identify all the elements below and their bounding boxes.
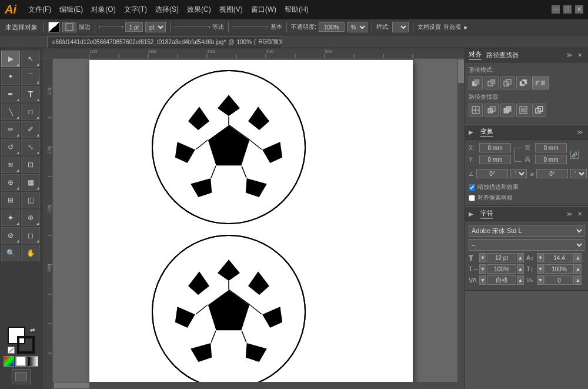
stroke-weight-input[interactable] (125, 22, 143, 32)
menu-window[interactable]: 窗口(W) (248, 4, 280, 16)
shape-tool-button[interactable]: □ (21, 104, 40, 120)
transform-expand-icon[interactable]: ▶ (469, 129, 473, 135)
navigator-button[interactable] (12, 369, 31, 384)
document-tab[interactable]: e66fd1441d12e0566470857602ef6152_t0182a3… (47, 36, 282, 48)
minimize-button[interactable]: ─ (552, 5, 560, 14)
char-expand-icon[interactable]: ▶ (469, 211, 473, 217)
none-color-icon[interactable] (8, 347, 15, 354)
h-scale-down[interactable]: ▼ (479, 264, 486, 274)
style-select[interactable] (392, 22, 409, 32)
leading-input[interactable] (544, 253, 574, 262)
gradient-button[interactable]: ◫ (21, 192, 40, 208)
align-pixel-checkbox[interactable] (469, 195, 475, 201)
exclude-button[interactable] (516, 77, 530, 89)
outline-button[interactable] (532, 104, 546, 117)
preferences-button[interactable]: 首选项 (443, 23, 461, 31)
menu-edit[interactable]: 编辑(E) (56, 4, 86, 16)
menu-file[interactable]: 文件(F) (25, 4, 55, 16)
swap-colors-icon[interactable]: ⇄ (30, 327, 35, 333)
menu-text[interactable]: 文字(T) (121, 4, 151, 16)
pen-tool-button[interactable]: ✒ (1, 86, 20, 102)
shear-select[interactable]: ° (570, 169, 587, 178)
char-menu-button[interactable]: ≫ (564, 210, 574, 219)
graph-button[interactable]: ▦ (21, 174, 40, 191)
blend-button[interactable]: ⊕ (21, 210, 40, 226)
stroke-unit-select[interactable]: pt (145, 22, 166, 32)
menu-select[interactable]: 选择(S) (152, 4, 182, 16)
symbol-button[interactable]: ⊕ (1, 174, 20, 191)
v-scale-input[interactable] (544, 264, 574, 274)
kerning-input[interactable] (544, 275, 574, 285)
doc-settings-button[interactable]: 文档设置 (417, 23, 441, 31)
w-input[interactable] (535, 143, 567, 152)
minus-front-button[interactable] (485, 77, 499, 89)
canvas-area[interactable]: 100 200 300 400 500 100 (42, 48, 465, 389)
hand-button[interactable]: ✋ (21, 245, 40, 261)
angle-select[interactable]: ° (510, 169, 527, 178)
magic-wand-button[interactable]: ✦ (1, 68, 20, 85)
y-input[interactable] (479, 155, 511, 164)
h-input[interactable] (535, 155, 567, 164)
free-transform-button[interactable]: ⊡ (21, 157, 40, 173)
gradient-mode-button[interactable] (28, 356, 38, 367)
panel-close-button[interactable]: ✕ (575, 51, 584, 60)
type-tool-button[interactable]: T (21, 86, 40, 102)
v-scale-up[interactable]: ▲ (574, 264, 582, 274)
pencil-button[interactable]: ✐ (21, 121, 40, 138)
menu-object[interactable]: 对象(O) (88, 4, 119, 16)
font-style-select[interactable]: – (469, 239, 584, 251)
slice-button[interactable]: ⊘ (1, 227, 20, 244)
opacity-input[interactable] (319, 22, 345, 32)
trim-button[interactable] (485, 104, 499, 117)
stroke-selector[interactable] (62, 22, 76, 32)
arrow-icon[interactable]: ► (463, 24, 469, 31)
scale-button[interactable]: ⤡ (21, 139, 40, 155)
crop-button[interactable] (516, 104, 530, 117)
lasso-button[interactable]: ⌒ (21, 68, 40, 85)
white-mode-button[interactable] (15, 356, 26, 367)
char-tab[interactable]: 字符 (480, 209, 493, 219)
font-family-select[interactable]: Adobe 宋体 Std L (469, 225, 584, 237)
selection-tool-button[interactable]: ▶ (1, 51, 20, 67)
eraser-button[interactable]: ◻ (21, 227, 40, 244)
divide-button[interactable] (469, 104, 483, 117)
font-size-up[interactable]: ▲ (517, 253, 524, 262)
mesh-button[interactable]: ⊞ (1, 192, 20, 208)
scroll-thumb-vertical[interactable] (458, 59, 464, 83)
tracking-input[interactable] (487, 275, 516, 285)
horizontal-scrollbar[interactable] (53, 382, 457, 389)
h-scale-up[interactable]: ▲ (517, 264, 524, 274)
leading-up[interactable]: ▲ (574, 253, 582, 262)
line-tool-button[interactable]: ╲ (1, 104, 20, 120)
panel-menu-button[interactable]: ≫ (564, 51, 574, 60)
expand-button[interactable]: 扩展 (532, 77, 549, 89)
transform-tab[interactable]: 变换 (480, 127, 493, 137)
pathfinder-tab[interactable]: 路径查找器 (486, 51, 519, 59)
kerning-down[interactable]: ▼ (537, 275, 544, 285)
x-input[interactable] (479, 143, 511, 152)
leading-down[interactable]: ▼ (537, 253, 544, 262)
color-mode-button[interactable] (4, 356, 14, 367)
warp-button[interactable]: ≋ (1, 157, 20, 173)
font-size-down[interactable]: ▼ (479, 253, 486, 262)
tracking-down[interactable]: ▼ (479, 275, 486, 285)
char-close-button[interactable]: ✕ (575, 210, 584, 219)
rotate-button[interactable]: ↺ (1, 139, 20, 155)
font-size-input[interactable] (487, 253, 516, 262)
opacity-select[interactable]: % (347, 22, 368, 32)
vertical-scrollbar[interactable] (457, 59, 465, 389)
angle-input[interactable] (476, 169, 508, 178)
close-button[interactable]: ✕ (575, 5, 583, 14)
stroke-fill-indicator[interactable] (48, 22, 60, 32)
merge-button[interactable] (500, 104, 514, 117)
direct-selection-tool-button[interactable]: ↖ (21, 51, 40, 67)
shear-input[interactable] (536, 169, 568, 178)
kerning-up[interactable]: ▲ (574, 275, 582, 285)
zoom-button[interactable]: 🔍 (1, 245, 20, 261)
v-scale-down[interactable]: ▼ (537, 264, 544, 274)
tracking-up[interactable]: ▲ (517, 275, 524, 285)
eyedropper-button[interactable]: ✦ (1, 210, 20, 226)
paintbrush-button[interactable]: ✏ (1, 121, 20, 138)
scroll-thumb-horizontal[interactable] (54, 383, 89, 388)
scale-stroke-checkbox[interactable] (469, 184, 475, 191)
